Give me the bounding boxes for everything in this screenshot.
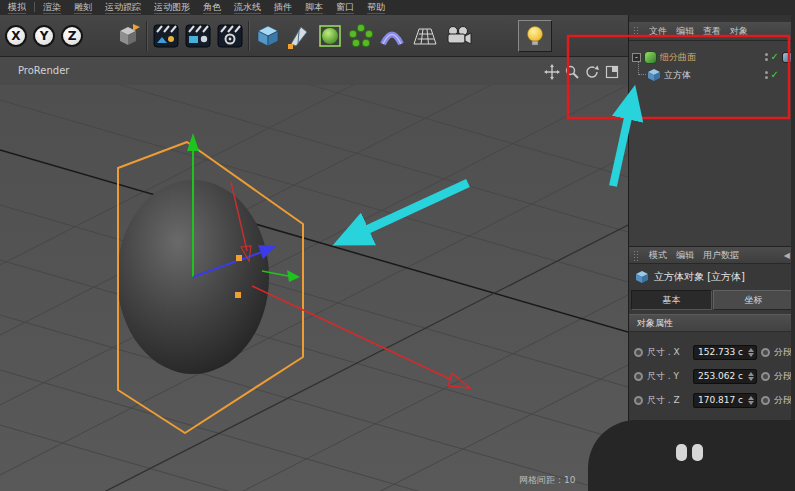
attribute-tabs: 基本 坐标 xyxy=(631,290,794,310)
attribute-manager-menubar: 模式 编辑 用户数据 ◀ xyxy=(629,246,795,264)
keyframe-dot-icon[interactable] xyxy=(634,348,643,357)
size-y-field[interactable]: 253.062 c xyxy=(693,369,757,384)
panel-grip-icon[interactable] xyxy=(633,250,640,261)
z-axis-arrow xyxy=(287,270,300,282)
size-x-field[interactable]: 152.733 c xyxy=(693,345,757,360)
mouse-buttons-icon xyxy=(676,444,703,461)
am-menu-item[interactable]: 用户数据 xyxy=(703,249,739,262)
pan-icon[interactable] xyxy=(543,63,560,80)
spinner-icon[interactable] xyxy=(748,396,754,405)
size-y-row: 尺寸 . Y 253.062 c 分段 xyxy=(629,366,795,386)
axis-y-button[interactable]: Y xyxy=(33,25,55,47)
scene-render xyxy=(0,85,628,491)
light-bulb-icon xyxy=(523,24,547,48)
om-menu-item[interactable]: 对象 xyxy=(730,25,748,38)
am-menu-item[interactable]: 模式 xyxy=(649,249,667,262)
object-label[interactable]: 立方体 xyxy=(664,69,691,82)
object-manager-menubar: 文件 编辑 查看 对象 xyxy=(629,22,795,41)
size-x-row: 尺寸 . X 152.733 c 分段 xyxy=(629,342,795,362)
subdivision-surface-icon[interactable] xyxy=(317,23,343,49)
pen-spline-icon[interactable] xyxy=(286,23,310,49)
object-title-row: 立方体对象 [立方体] xyxy=(629,266,795,288)
enabled-check-icon[interactable]: ✓ xyxy=(771,52,779,62)
menu-item[interactable]: 雕刻 xyxy=(74,2,92,14)
deformer-icon[interactable] xyxy=(379,23,405,49)
field-value: 253.062 c xyxy=(698,371,746,381)
menu-item[interactable]: 帮助 xyxy=(367,2,385,14)
field-value: 152.733 c xyxy=(698,347,746,357)
render-view-icon[interactable] xyxy=(153,24,179,48)
menu-item[interactable]: 角色 xyxy=(203,2,221,14)
tab-basic[interactable]: 基本 xyxy=(631,290,712,310)
viewport-menubar: ProRender xyxy=(0,57,628,85)
section-title: 对象属性 xyxy=(637,317,673,330)
visibility-dots[interactable] xyxy=(765,53,768,61)
enabled-check-icon[interactable]: ✓ xyxy=(771,70,779,80)
menu-item[interactable]: 模拟 xyxy=(8,2,26,14)
render-picture-viewer-icon[interactable] xyxy=(185,24,211,48)
menu-item[interactable]: 窗口 xyxy=(336,2,354,14)
cube-object-icon xyxy=(635,270,649,284)
menu-item[interactable]: 插件 xyxy=(274,2,292,14)
keyframe-dot-icon[interactable] xyxy=(761,348,770,357)
main-toolbar: X Y Z xyxy=(0,15,628,57)
coordinate-system-icon[interactable] xyxy=(115,23,141,49)
object-properties-section[interactable]: 对象属性 xyxy=(629,314,795,332)
panel-collapse-icon[interactable]: ◀ xyxy=(784,251,790,260)
menu-item[interactable]: 流水线 xyxy=(234,2,261,14)
camera-icon[interactable] xyxy=(444,25,472,47)
floor-grid-icon[interactable] xyxy=(411,24,439,48)
keyframe-dot-icon[interactable] xyxy=(634,372,643,381)
spinner-icon[interactable] xyxy=(748,348,754,357)
om-menu-item[interactable]: 文件 xyxy=(649,25,667,38)
maximize-view-icon[interactable] xyxy=(603,63,620,80)
menu-item[interactable]: 运动图形 xyxy=(154,2,190,14)
toolbar-separator xyxy=(146,21,148,51)
keyframe-dot-icon[interactable] xyxy=(761,396,770,405)
size-z-field[interactable]: 170.817 c xyxy=(693,393,757,408)
om-menu-item[interactable]: 查看 xyxy=(703,25,721,38)
menu-item[interactable]: 渲染 xyxy=(43,2,61,14)
tree-row-subdivision-surface[interactable]: - 细分曲面 ✓ xyxy=(629,48,795,66)
world-axis-line xyxy=(0,150,628,332)
render-settings-icon[interactable] xyxy=(217,24,243,48)
menu-item[interactable]: 脚本 xyxy=(305,2,323,14)
scale-handle xyxy=(236,255,242,261)
add-cube-icon[interactable] xyxy=(255,23,281,49)
object-manager-tree: - 细分曲面 ✓ 立方体 ✓ xyxy=(629,41,795,246)
y-axis-arrow xyxy=(187,133,199,151)
tab-coordinates[interactable]: 坐标 xyxy=(713,290,794,310)
viewport-nav-controls xyxy=(543,63,620,80)
axis-z-button[interactable]: Z xyxy=(61,25,83,47)
scale-handle xyxy=(235,292,241,298)
viewport-3d-area[interactable]: 网格间距：10 xyxy=(0,85,628,491)
segments-label: 分段 xyxy=(774,370,792,383)
array-icon[interactable] xyxy=(348,23,374,49)
tree-row-cube[interactable]: 立方体 ✓ xyxy=(629,66,795,84)
prorender-menu[interactable]: ProRender xyxy=(18,65,69,76)
screen-overlay xyxy=(588,420,795,491)
menu-item[interactable]: 运动跟踪 xyxy=(105,2,141,14)
visibility-dots[interactable] xyxy=(765,71,768,79)
attr-label: 尺寸 . Z xyxy=(647,394,689,407)
cube-object-icon xyxy=(647,68,661,82)
object-label[interactable]: 细分曲面 xyxy=(660,51,696,64)
om-menu-item[interactable]: 编辑 xyxy=(676,25,694,38)
main-menubar: 模拟 渲染 雕刻 运动跟踪 运动图形 角色 流水线 插件 脚本 窗口 帮助 xyxy=(0,0,795,15)
light-tool-button[interactable] xyxy=(518,20,552,52)
spinner-icon[interactable] xyxy=(748,372,754,381)
world-axis-line xyxy=(0,225,628,491)
object-title: 立方体对象 [立方体] xyxy=(654,270,745,284)
rotate-icon[interactable] xyxy=(583,63,600,80)
viewport-panel: ProRender xyxy=(0,57,628,491)
attr-label: 尺寸 . Y xyxy=(647,370,689,383)
keyframe-dot-icon[interactable] xyxy=(761,372,770,381)
grid-spacing-status: 网格间距：10 xyxy=(519,474,575,487)
keyframe-dot-icon[interactable] xyxy=(634,396,643,405)
panel-grip-icon[interactable] xyxy=(633,26,640,37)
zoom-icon[interactable] xyxy=(563,63,580,80)
attr-label: 尺寸 . X xyxy=(647,346,689,359)
axis-x-button[interactable]: X xyxy=(5,25,27,47)
am-menu-item[interactable]: 编辑 xyxy=(676,249,694,262)
menu-separator xyxy=(34,2,35,12)
